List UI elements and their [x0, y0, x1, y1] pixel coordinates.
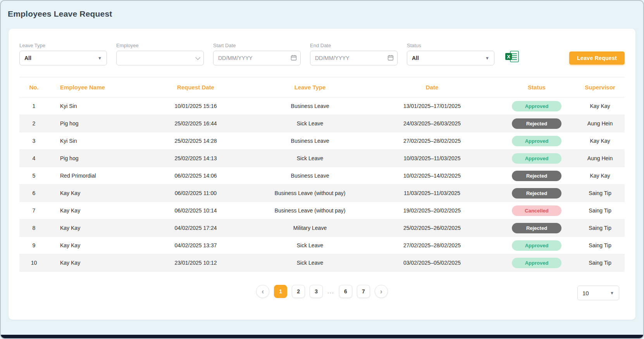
- cell-status: Approved: [498, 258, 575, 268]
- cell-employee-name: Kyi Sin: [48, 103, 138, 109]
- cell-date: 11/03/2025–11/03/2025: [366, 190, 498, 196]
- col-request-date: Request Date: [138, 84, 254, 91]
- status-value: All: [412, 55, 419, 61]
- employee-label: Employee: [116, 43, 204, 48]
- pagination-ellipsis: ...: [327, 288, 334, 294]
- cell-employee-name: Red Primordial: [48, 173, 138, 179]
- cell-employee-name: Kay Kay: [48, 260, 138, 266]
- cell-supervisor: Kay Kay: [575, 173, 625, 179]
- status-badge: Rejected: [512, 171, 561, 181]
- footer-bar: [1, 335, 643, 338]
- cell-date: 24/03/2025–26/03/2025: [366, 120, 498, 127]
- cell-date: 13/01/2025–17/01/2025: [366, 103, 498, 109]
- col-status: Status: [498, 84, 575, 91]
- cell-no: 4: [19, 155, 48, 161]
- col-no: No.: [19, 84, 48, 91]
- cell-leave-type: Sick Leave: [254, 260, 366, 266]
- start-date-wrap: [213, 51, 301, 65]
- cell-leave-type: Military Leave: [254, 225, 366, 231]
- cell-supervisor: Saing Tip: [575, 242, 625, 248]
- cell-supervisor: Aung Hein: [575, 120, 625, 127]
- excel-export-button[interactable]: X: [505, 50, 519, 64]
- status-badge: Rejected: [512, 118, 561, 129]
- page-button-6[interactable]: 6: [339, 285, 352, 298]
- cell-no: 8: [19, 225, 48, 231]
- table-row: 9Kay Kay04/02/2025 13:37Sick Leave27/02/…: [19, 237, 625, 254]
- prev-page-button[interactable]: ‹: [256, 285, 269, 298]
- cell-request-date: 06/02/2025 10:14: [138, 207, 254, 214]
- leave-request-button[interactable]: Leave Request: [569, 51, 625, 65]
- table-row: 8Kay Kay04/02/2025 17:24Military Leave25…: [19, 219, 625, 237]
- leave-request-table: No. Employee Name Request Date Leave Typ…: [19, 77, 625, 272]
- cell-employee-name: Kay Kay: [48, 225, 138, 231]
- status-badge: Approved: [512, 136, 561, 146]
- cell-leave-type: Business Leave (without pay): [254, 207, 366, 214]
- cell-no: 5: [19, 173, 48, 179]
- leave-type-label: Leave Type: [19, 43, 107, 48]
- employee-select[interactable]: [116, 51, 204, 65]
- start-date-input[interactable]: [213, 51, 301, 65]
- cell-supervisor: Kay Kay: [575, 103, 625, 109]
- filter-employee: Employee: [116, 43, 204, 65]
- next-page-button[interactable]: ›: [375, 285, 388, 298]
- page-button-3[interactable]: 3: [310, 285, 323, 298]
- calendar-icon[interactable]: [291, 55, 297, 62]
- cell-status: Rejected: [498, 223, 575, 233]
- end-date-wrap: [310, 51, 398, 65]
- status-badge: Approved: [512, 101, 561, 111]
- page-size-select[interactable]: 10 ▼: [577, 286, 619, 300]
- calendar-icon[interactable]: [387, 55, 394, 62]
- col-supervisor: Supervisor: [575, 84, 625, 91]
- table-row: 3Kyi Sin25/02/2025 14:28Business Leave27…: [19, 132, 625, 150]
- cell-no: 3: [19, 138, 48, 144]
- cell-status: Approved: [498, 153, 575, 164]
- cell-status: Rejected: [498, 188, 575, 199]
- leave-type-value: All: [24, 55, 31, 61]
- cell-status: Cancelled: [498, 205, 575, 216]
- cell-leave-type: Sick Leave: [254, 120, 366, 127]
- app-window: Employees Leave Request Leave Type All ▼…: [0, 0, 644, 339]
- end-date-label: End Date: [310, 43, 398, 48]
- filter-start-date: Start Date: [213, 43, 301, 65]
- cell-date: 19/02/2025–20/02/2025: [366, 207, 498, 214]
- table-header: No. Employee Name Request Date Leave Typ…: [19, 77, 625, 98]
- col-date: Date: [366, 84, 498, 91]
- page-button-1[interactable]: 1: [274, 285, 287, 298]
- table-row: 10Kay Kay23/01/2025 10:12Sick Leave03/02…: [19, 254, 625, 272]
- leave-type-select[interactable]: All ▼: [19, 51, 107, 65]
- cell-request-date: 06/02/2025 11:00: [138, 190, 254, 196]
- cell-supervisor: Saing Tip: [575, 190, 625, 196]
- end-date-input[interactable]: [310, 51, 398, 65]
- table-row: 1Kyi Sin10/01/2025 15:16Business Leave13…: [19, 98, 625, 115]
- chevron-down-icon: ▼: [485, 56, 489, 60]
- chevron-down-icon: [195, 55, 200, 60]
- cell-no: 10: [19, 260, 48, 266]
- page-button-2[interactable]: 2: [292, 285, 305, 298]
- content-card: Leave Type All ▼ Employee Start Date: [9, 29, 635, 320]
- status-badge: Approved: [512, 153, 561, 164]
- filter-status: Status All ▼: [407, 43, 494, 65]
- status-badge: Cancelled: [512, 205, 561, 216]
- cell-no: 7: [19, 207, 48, 214]
- cell-request-date: 23/01/2025 10:12: [138, 260, 254, 266]
- table-row: 6Kay Kay06/02/2025 11:00Business Leave (…: [19, 185, 625, 202]
- cell-date: 10/02/2025–14/02/2025: [366, 173, 498, 179]
- status-label: Status: [407, 43, 494, 48]
- page-button-7[interactable]: 7: [357, 285, 370, 298]
- cell-employee-name: Kay Kay: [48, 207, 138, 214]
- excel-icon: X: [505, 50, 519, 63]
- cell-employee-name: Pig hog: [48, 120, 138, 127]
- start-date-label: Start Date: [213, 43, 301, 48]
- filter-end-date: End Date: [310, 43, 398, 65]
- filter-leave-type: Leave Type All ▼: [19, 43, 107, 65]
- cell-status: Approved: [498, 101, 575, 111]
- cell-no: 9: [19, 242, 48, 248]
- page-size-value: 10: [582, 290, 589, 296]
- cell-request-date: 04/02/2025 17:24: [138, 225, 254, 231]
- cell-no: 1: [19, 103, 48, 109]
- status-badge: Rejected: [512, 223, 561, 233]
- cell-date: 03/02/2025–05/02/2025: [366, 260, 498, 266]
- col-employee-name: Employee Name: [48, 84, 138, 91]
- status-select[interactable]: All ▼: [407, 51, 494, 65]
- table-row: 4Pig hog25/02/2025 14:13Sick Leave10/03/…: [19, 150, 625, 167]
